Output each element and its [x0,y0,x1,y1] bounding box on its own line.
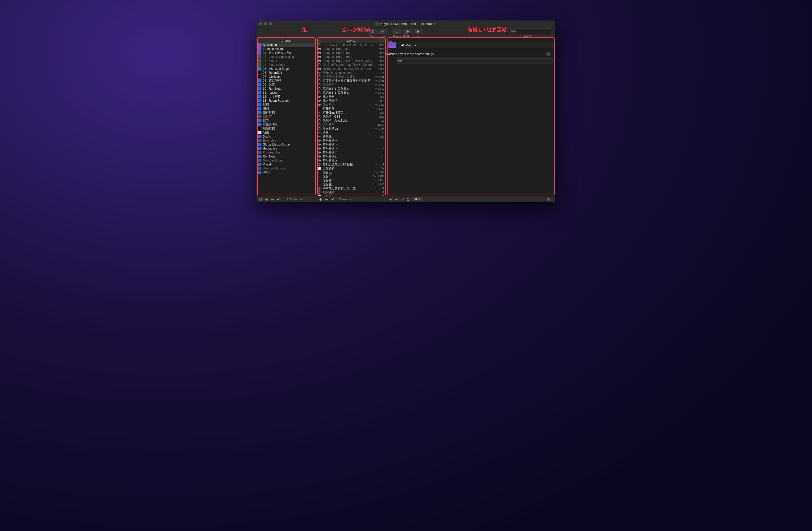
group-item[interactable]: Switcher Group [257,158,316,163]
macro-item[interactable]: 定时备份21:00 [316,123,386,127]
macro-item[interactable]: ⌘光标上^⌥⇧⌘I [316,170,386,174]
group-item[interactable]: 思源笔记 [257,127,316,130]
macro-item[interactable]: [CB] How to Detect When Clipboard Has Ch… [316,43,386,47]
macro-item[interactable]: 葫芦笔记转钉钉工作日志^⌥⇧G [316,186,386,190]
group-item[interactable]: RemNote [257,154,316,158]
groups-list[interactable]: All MacrosEnabled Macros01 - 常驻后台App启动02… [257,43,316,196]
macro-item[interactable]: @@Toc for selected textF7 [316,71,386,75]
macro-item[interactable]: 传递双链^⌥⇧E [316,103,386,107]
macro-item[interactable]: 笔记转钉钉工作日志^⌥⇧G [316,87,386,91]
minimize-window[interactable] [264,22,267,25]
macro-item[interactable]: 工作资料W [316,166,386,170]
macro-item[interactable]: [µProgress Bar Internal] Parse Parameter… [316,67,386,71]
group-item[interactable]: 05 - Microsoft Edge [257,67,316,71]
group-item[interactable]: 12 - 文本替换 [257,95,316,99]
add-action-button[interactable] [388,197,392,201]
macro-item[interactable]: 代码块 - CSS/css [316,115,386,118]
group-item[interactable]: 09 - 效率 [257,83,316,87]
remove-action-button[interactable] [394,197,398,201]
used-button[interactable]: Used [378,29,387,38]
macro-item[interactable]: [Progress Bar] ShowNone [316,51,386,55]
macro-item[interactable]: ⌘光标右^⌥⇧⌘L [316,178,386,182]
macro-item[interactable]: ⌘光标下^⌥⇧⌘K [316,174,386,178]
macro-item[interactable]: 笔记转钉钉工作日志^⌥⇧G [316,91,386,95]
group-item[interactable]: 01 - 常驻后台App启动 [257,51,316,55]
group-item[interactable]: 苹果备忘录 [257,123,316,127]
filter-icon[interactable]: ▼ [318,39,320,42]
macro-item[interactable]: 代码块 - JavaScript/js [316,118,386,123]
add-group-button[interactable] [264,197,269,201]
macro-item[interactable]: 符号转换 ≤<= [316,154,386,158]
group-item[interactable]: 04 - Finder Copy [257,63,316,67]
group-item[interactable]: Examples [257,139,316,142]
group-item[interactable]: Enabled Macros [257,47,316,51]
group-item[interactable]: 葫芦笔记 [257,111,316,115]
help-button[interactable]: ? [546,52,551,56]
macro-item[interactable]: 打开附件^⌥⇧F [316,107,386,111]
group-item[interactable]: 07 - Obsidian [257,75,316,79]
enable-group-toggle[interactable] [276,197,281,201]
group-item[interactable]: 13 - Roam Research [257,99,316,103]
macro-item[interactable]: [Progress Bar] Utility: Check ShowingNon… [316,59,386,63]
enable-macro-toggle[interactable] [330,197,335,201]
macro-item[interactable]: 符号转换 ≠!= [316,151,386,154]
group-item[interactable]: All Macros [257,43,316,47]
modified-button[interactable]: Modified [403,29,412,38]
macro-item[interactable]: 复制思源笔记 MD 链接^⌥⇧S [316,163,386,166]
group-item[interactable]: 笔记 [257,103,316,107]
group-item[interactable]: 11 - logseq [257,91,316,95]
group-item[interactable]: 精选宏 [257,115,316,118]
edit-button[interactable]: Edit [412,197,423,201]
macro-item[interactable]: 笔记重组^⌥⇧N [316,83,386,87]
group-item[interactable]: Heptabase [257,146,316,151]
group-item[interactable]: 10 - RemNote [257,87,316,91]
macro-item[interactable]: 分隔线⌥D [316,135,386,139]
macro-item[interactable]: 插入表格/bg [316,95,386,99]
gear-icon[interactable] [259,197,263,201]
history-button[interactable]: History [393,29,401,38]
search-string-field[interactable]: all: [396,58,553,64]
enable-action-toggle[interactable] [400,197,404,201]
macro-item[interactable]: ⌘打开 Emoji 窗口/bq [316,111,386,115]
group-item[interactable]: 练习 [257,118,316,123]
group-item[interactable]: 归档 [257,107,316,111]
group-item[interactable]: 03 - Finder [257,59,316,63]
macro-item[interactable]: 符号转换 ≥>= [316,158,386,163]
traffic-lights[interactable] [259,22,272,25]
macros-list[interactable]: [CB] How to Detect When Clipboard Has Ch… [316,43,386,196]
macro-item[interactable]: [SUB] BRW Get Page Title & URL from Safa… [316,63,386,67]
group-item[interactable]: 06 - RoamEdit [257,71,316,75]
macro-item[interactable]: 百度云链接填充（失败）^⌥⇧B [316,75,386,79]
remove-macro-button[interactable] [324,197,329,201]
close-window[interactable] [259,22,262,25]
run-button[interactable]: Run [414,29,422,38]
macro-item[interactable]: 符号转换 →-> [316,146,386,151]
group-item[interactable]: Vivaldi [257,163,316,166]
group-title-field[interactable]: All Macros [399,42,553,48]
group-item[interactable]: Global Macro Group [257,142,316,146]
macro-item[interactable]: 访达F [316,130,386,135]
macro-item[interactable]: 符号转换 —-- [316,139,386,142]
macro-item[interactable]: 发送到 Roam^⌥⇧R [316,127,386,130]
group-item[interactable]: 02 - Launch Applications [257,55,316,59]
group-item[interactable]: Progress Bar [257,151,316,154]
macro-item[interactable]: 插入代码块/dm [316,99,386,103]
share-button[interactable]: Share [368,29,377,38]
group-item[interactable]: 我来 [257,130,316,135]
macro-item[interactable]: [Progress Bar] UpdateNone [316,55,386,59]
group-item[interactable]: WPS [257,170,316,174]
add-macro-button[interactable] [318,197,323,201]
search-input[interactable] [505,28,552,34]
macro-item[interactable]: ⌘光标左^⌥⇧⌘J [316,182,386,186]
macro-item[interactable]: 百度云链接自动打开并复制密码到剪切板^⌥⇧B [316,79,386,83]
help-button-bottom[interactable]: ? [547,197,551,201]
macro-item[interactable]: 符号转换 ←<- [316,142,386,146]
maximize-window[interactable] [269,22,272,25]
macro-item[interactable]: [Progress Bar] CloseNone [316,47,386,51]
remove-group-button[interactable] [271,197,275,201]
sort-icon[interactable]: ▽ [382,39,384,42]
record-button[interactable] [406,197,410,201]
group-item[interactable]: 08 - 窗口管理 [257,79,316,83]
group-item[interactable]: Drafts [257,135,316,139]
group-item[interactable]: Window Manage [257,166,316,170]
